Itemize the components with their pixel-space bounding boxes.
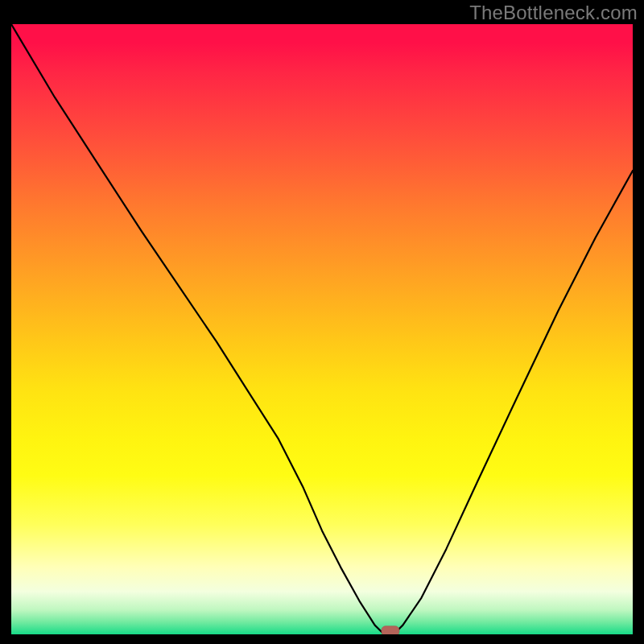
bottleneck-curve [11, 24, 633, 634]
plot-area [11, 24, 633, 634]
optimal-point-marker [382, 626, 399, 634]
chart-frame: TheBottleneck.com [0, 0, 644, 644]
chart-svg [11, 24, 633, 634]
watermark-text: TheBottleneck.com [469, 2, 638, 24]
